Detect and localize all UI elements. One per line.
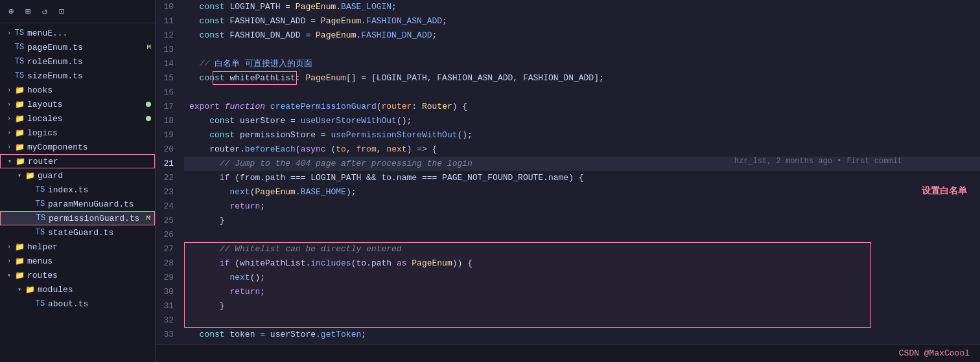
code-line-12: const FASHION_DN_ADD = PageEnum.FASHION_… — [184, 28, 980, 43]
code-lines: const LOGIN_PATH = PageEnum.BASE_LOGIN; … — [184, 0, 980, 344]
folder-special-icon: 📁 — [25, 285, 35, 295]
collapse-icon[interactable]: ⊡ — [56, 6, 67, 17]
sidebar-item-logics[interactable]: › 📁 logics — [0, 126, 155, 140]
sidebar-item-label: router — [28, 157, 154, 166]
folder-special-icon: 📁 — [14, 114, 25, 124]
line-num: 16 — [156, 85, 179, 100]
sidebar-item-label: locales — [27, 114, 146, 124]
sidebar-item-locales[interactable]: › 📁 locales — [0, 111, 155, 126]
sidebar-item-helper[interactable]: › 📁 helper — [0, 240, 155, 254]
line-num: 29 — [156, 271, 179, 285]
ts-file-icon: TS — [35, 185, 45, 194]
code-line-33: const token = userStore.getToken; — [184, 328, 980, 342]
sidebar-item-menus[interactable]: › 📁 menus — [0, 254, 155, 268]
refresh-icon[interactable]: ↺ — [39, 6, 51, 17]
arrow-icon: ▾ — [16, 286, 23, 293]
modified-badge: M — [146, 43, 151, 51]
line-num: 27 — [156, 242, 179, 256]
ts-file-icon: TS — [36, 214, 46, 223]
line-num: 13 — [156, 43, 179, 57]
line-num: 15 — [156, 71, 179, 85]
sidebar-item-label: menus — [27, 256, 155, 266]
new-folder-icon[interactable]: ⊞ — [22, 6, 34, 17]
sidebar-item-guard[interactable]: ▾ 📁 guard — [0, 168, 155, 183]
sidebar-item-label: guard — [38, 171, 155, 181]
folder-icon: 📁 — [14, 256, 25, 266]
code-line-34 — [184, 342, 980, 344]
arrow-icon: › — [5, 243, 13, 251]
sidebar-item-routes[interactable]: ▾ 📁 routes — [0, 268, 155, 282]
code-content[interactable]: 设置白名单 hzr_lst, 2 months ago • first comm… — [184, 0, 980, 344]
sidebar-item-myComponents[interactable]: › 📁 myComponents — [0, 140, 155, 154]
sidebar-item-label: logics — [27, 128, 155, 138]
ts-file-icon: TS — [35, 228, 45, 237]
code-line-29: next(); — [184, 271, 980, 285]
sidebar-item-index-ts[interactable]: TS index.ts — [0, 183, 155, 197]
sidebar-item-label: stateGuard.ts — [48, 228, 155, 238]
code-line-14: // 白名单 可直接进入的页面 — [184, 57, 980, 71]
modified-dot — [146, 116, 151, 121]
code-line-15: const whitePathList: PageEnum[] = [LOGIN… — [184, 71, 980, 85]
sidebar-item-pageEnum[interactable]: TS pageEnum.ts M — [0, 40, 155, 54]
sidebar-item-roleEnum[interactable]: TS roleEnum.ts — [0, 54, 155, 69]
line-num: 20 — [156, 142, 179, 157]
code-editor: 10 11 12 13 14 15 16 17 18 19 20 21 22 2… — [156, 0, 980, 362]
sidebar-item-router[interactable]: ▾ 📁 router — [0, 154, 155, 168]
arrow-icon: › — [5, 87, 13, 94]
sidebar-item-label: myComponents — [27, 142, 155, 152]
line-num: 30 — [156, 285, 179, 299]
folder-icon: 📁 — [14, 142, 25, 152]
sidebar-item-paramMenuGuard[interactable]: TS paramMenuGuard.ts — [0, 197, 155, 211]
arrow-icon: › — [5, 258, 13, 265]
ts-file-icon: TS — [35, 299, 45, 308]
ts-file-icon: TS — [14, 28, 25, 38]
code-line-32 — [184, 313, 980, 328]
code-line-30: return; — [184, 285, 980, 299]
line-num: 34 — [156, 342, 179, 344]
sidebar-item-stateGuard[interactable]: TS stateGuard.ts — [0, 225, 155, 240]
folder-special-icon: 📁 — [14, 100, 25, 109]
git-info: hzr_lst, 2 months ago • first commit — [734, 157, 902, 166]
sidebar-item-label: layouts — [27, 100, 146, 109]
line-num: 19 — [156, 128, 179, 142]
sidebar-item-hooks[interactable]: › 📁 hooks — [0, 83, 155, 97]
sidebar-item-label: menuE... — [27, 28, 155, 38]
code-line-17: export function createPermissionGuard(ro… — [184, 100, 980, 114]
line-num: 33 — [156, 328, 179, 342]
code-line-10: const LOGIN_PATH = PageEnum.BASE_LOGIN; — [184, 0, 980, 14]
code-line-28: if (whitePathList.includes(to.path as Pa… — [184, 256, 980, 271]
line-num: 10 — [156, 0, 179, 14]
sidebar-item-sizeEnum[interactable]: TS sizeEnum.ts — [0, 69, 155, 83]
file-tree: › TS menuE... TS pageEnum.ts M TS roleEn… — [0, 23, 155, 362]
sidebar-item-menuE[interactable]: › TS menuE... — [0, 26, 155, 40]
code-line-18: const userStore = useUserStoreWithOut(); — [184, 114, 980, 128]
arrow-icon: ▾ — [5, 271, 13, 279]
new-file-icon[interactable]: ⊕ — [5, 6, 17, 17]
line-num: 31 — [156, 299, 179, 313]
code-line-24: return; — [184, 199, 980, 214]
line-num: 18 — [156, 114, 179, 128]
sidebar-item-about-ts[interactable]: TS about.ts — [0, 297, 155, 311]
code-line-22: if (from.path === LOGIN_PATH && to.name … — [184, 171, 980, 185]
line-num: 17 — [156, 100, 179, 114]
sidebar-item-label: about.ts — [48, 299, 155, 309]
line-numbers: 10 11 12 13 14 15 16 17 18 19 20 21 22 2… — [156, 0, 184, 344]
ts-file-icon: TS — [14, 71, 25, 80]
csdn-badge: CSDN @MaxCoool — [899, 348, 970, 358]
ts-file-icon: TS — [14, 57, 25, 66]
code-line-31: } — [184, 299, 980, 313]
arrow-icon: › — [5, 101, 13, 108]
sidebar-item-modules[interactable]: ▾ 📁 modules — [0, 282, 155, 297]
sidebar-item-label: sizeEnum.ts — [27, 71, 155, 81]
code-line-27: // Whitelist can be directly entered — [184, 242, 980, 256]
code-line-23: next(PageEnum.BASE_HOME); — [184, 185, 980, 199]
sidebar-item-layouts[interactable]: › 📁 layouts — [0, 97, 155, 111]
line-num: 23 — [156, 185, 179, 199]
line-num: 28 — [156, 256, 179, 271]
line-num: 21 — [156, 157, 179, 171]
sidebar-item-permissionGuard[interactable]: TS permissionGuard.ts M — [0, 211, 155, 225]
modified-dot — [146, 102, 151, 107]
sidebar-item-label: roleEnum.ts — [27, 57, 155, 67]
arrow-icon: ▾ — [6, 157, 14, 165]
line-num: 32 — [156, 313, 179, 328]
